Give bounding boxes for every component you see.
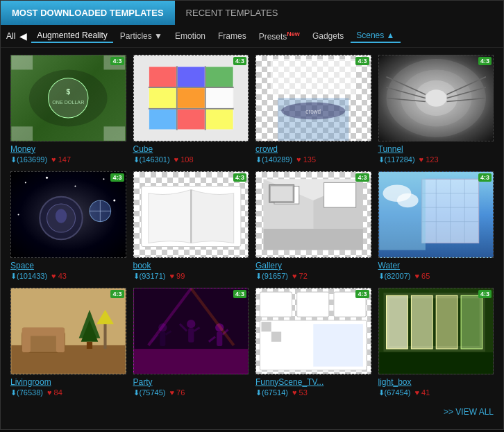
thumb-crowd-svg: crowd: [256, 55, 371, 141]
svg-rect-81: [134, 349, 248, 374]
svg-rect-21: [205, 110, 233, 130]
template-name-book[interactable]: book: [133, 261, 249, 270]
template-water[interactable]: 4:3 Water ⬇(82007) ♥ 65: [378, 171, 494, 281]
template-name-lightbox[interactable]: light_box: [378, 377, 494, 387]
stat-dl-book: ⬇(93171): [133, 272, 166, 281]
stat-heart-funnyscene: ♥ 53: [292, 388, 308, 397]
main-container: MOST DOWNLOADED TEMPLATES RECENT TEMPLAT…: [0, 0, 504, 430]
badge-43-money: 4:3: [110, 57, 124, 65]
thumb-tunnel[interactable]: 4:3: [378, 55, 494, 141]
template-grid: $ ONE DOLLAR 4:3 Money ⬇(163699) ♥ 147: [1, 48, 503, 404]
thumb-livingroom-svg: [11, 288, 126, 374]
cat-frames[interactable]: Frames: [212, 30, 252, 42]
svg-point-45: [56, 209, 67, 223]
cat-presets[interactable]: PresetsNew: [253, 29, 305, 43]
svg-rect-54: [264, 229, 363, 250]
svg-rect-101: [271, 322, 281, 331]
svg-point-42: [18, 214, 19, 215]
tab-most-downloaded[interactable]: MOST DOWNLOADED TEMPLATES: [1, 1, 175, 25]
thumb-lightbox-svg: [379, 288, 494, 374]
svg-rect-102: [262, 331, 271, 341]
svg-point-40: [103, 178, 104, 180]
template-tunnel[interactable]: 4:3 Tunnel ⬇(117284) ♥ 123: [378, 55, 494, 164]
svg-rect-91: [217, 331, 222, 345]
cat-scenes[interactable]: Scenes ▲: [351, 29, 400, 43]
stat-heart-tunnel: ♥ 123: [419, 155, 439, 164]
thumb-book[interactable]: 4:3: [133, 171, 249, 258]
thumb-party[interactable]: 4:3: [133, 288, 249, 374]
template-party[interactable]: 4:3 Party ⬇(75745) ♥ 76: [133, 288, 249, 397]
template-stats-money: ⬇(163699) ♥ 147: [10, 155, 126, 164]
svg-point-39: [74, 185, 76, 187]
cat-emotion[interactable]: Emotion: [169, 30, 211, 42]
template-lightbox[interactable]: 4:3 light_box ⬇(67454) ♥ 41: [378, 288, 494, 397]
thumb-lightbox[interactable]: 4:3: [378, 288, 494, 374]
stat-dl-funnyscene: ⬇(67514): [255, 388, 288, 397]
svg-rect-19: [149, 110, 176, 130]
svg-rect-109: [436, 295, 457, 349]
stat-heart-money: ♥ 147: [51, 155, 71, 164]
svg-rect-4: [11, 55, 33, 69]
template-name-livingroom[interactable]: Livingroom: [10, 377, 126, 387]
cat-all[interactable]: All: [6, 31, 15, 41]
thumb-funnyscene-svg: [256, 288, 371, 374]
svg-text:crowd: crowd: [305, 109, 321, 115]
template-livingroom[interactable]: 4:3 Livingroom ⬇(76538) ♥ 84: [10, 288, 126, 397]
template-name-party[interactable]: Party: [133, 377, 249, 387]
svg-rect-13: [149, 67, 176, 87]
svg-rect-18: [205, 88, 233, 108]
tab-recent[interactable]: RECENT TEMPLATES: [175, 1, 289, 25]
template-gallery[interactable]: 4:3 Gallery ⬇(91657) ♥ 72: [255, 171, 371, 281]
template-name-money[interactable]: Money: [10, 144, 126, 154]
template-cube[interactable]: 4:3 Cube ⬇(146301) ♥ 108: [133, 55, 249, 164]
thumb-funnyscene[interactable]: 4:3: [255, 288, 371, 374]
view-all-link[interactable]: >> VIEW ALL: [444, 407, 494, 417]
template-name-crowd[interactable]: crowd: [255, 144, 371, 154]
template-book[interactable]: 4:3 book ⬇(93171) ♥ 99: [133, 171, 249, 281]
template-money[interactable]: $ ONE DOLLAR 4:3 Money ⬇(163699) ♥ 147: [10, 55, 126, 164]
template-name-cube[interactable]: Cube: [133, 144, 249, 154]
template-name-gallery[interactable]: Gallery: [255, 261, 371, 270]
template-stats-party: ⬇(75745) ♥ 76: [133, 388, 249, 397]
svg-rect-66: [379, 172, 426, 250]
cat-particles[interactable]: Particles ▼: [115, 30, 168, 42]
thumb-livingroom[interactable]: 4:3: [10, 288, 126, 374]
template-stats-book: ⬇(93171) ♥ 99: [133, 272, 249, 281]
template-space[interactable]: 4:3 Space ⬇(101433) ♥ 43: [10, 171, 126, 281]
template-stats-gallery: ⬇(91657) ♥ 72: [255, 272, 371, 281]
thumb-cube[interactable]: 4:3: [133, 55, 249, 141]
thumb-tunnel-svg: [379, 55, 494, 141]
thumb-water[interactable]: 4:3: [378, 171, 494, 258]
template-funnyscene[interactable]: 4:3 FunnyScene_TV... ⬇(67514) ♥ 53: [255, 288, 371, 397]
svg-point-41: [113, 199, 115, 201]
svg-text:$: $: [66, 88, 70, 96]
thumb-cube-svg: [134, 55, 249, 141]
tabs-bar: MOST DOWNLOADED TEMPLATES RECENT TEMPLAT…: [1, 1, 503, 25]
thumb-crowd[interactable]: crowd 4:3: [255, 55, 371, 141]
thumb-gallery[interactable]: 4:3: [255, 171, 371, 258]
template-name-tunnel[interactable]: Tunnel: [378, 144, 494, 154]
thumb-money[interactable]: $ ONE DOLLAR 4:3: [10, 55, 126, 141]
svg-point-86: [187, 320, 195, 328]
view-all-row: >> VIEW ALL: [1, 404, 503, 422]
stat-heart-gallery: ♥ 72: [292, 272, 308, 280]
template-stats-space: ⬇(101433) ♥ 43: [10, 272, 126, 281]
stat-heart-water: ♥ 65: [414, 272, 430, 280]
cat-augmented-reality[interactable]: Augmented Reality: [31, 29, 112, 43]
stat-heart-livingroom: ♥ 84: [47, 388, 62, 397]
badge-43-lightbox: 4:3: [478, 290, 492, 298]
stat-dl-lightbox: ⬇(67454): [378, 388, 411, 397]
template-name-water[interactable]: Water: [378, 261, 494, 270]
badge-43-crowd: 4:3: [355, 57, 369, 65]
cat-gadgets[interactable]: Gadgets: [307, 30, 349, 42]
template-name-space[interactable]: Space: [10, 261, 126, 270]
template-name-funnyscene[interactable]: FunnyScene_TV...: [255, 377, 371, 387]
thumb-space[interactable]: 4:3: [10, 171, 126, 258]
svg-rect-73: [22, 331, 31, 352]
svg-rect-58: [324, 182, 356, 207]
badge-43-water: 4:3: [478, 173, 492, 182]
cat-arrow-left[interactable]: ◀: [19, 31, 27, 42]
stat-dl-space: ⬇(101433): [10, 272, 47, 281]
template-crowd[interactable]: crowd 4:3 crowd ⬇(140289) ♥ 135: [255, 55, 371, 164]
stat-dl-gallery: ⬇(91657): [255, 272, 288, 281]
